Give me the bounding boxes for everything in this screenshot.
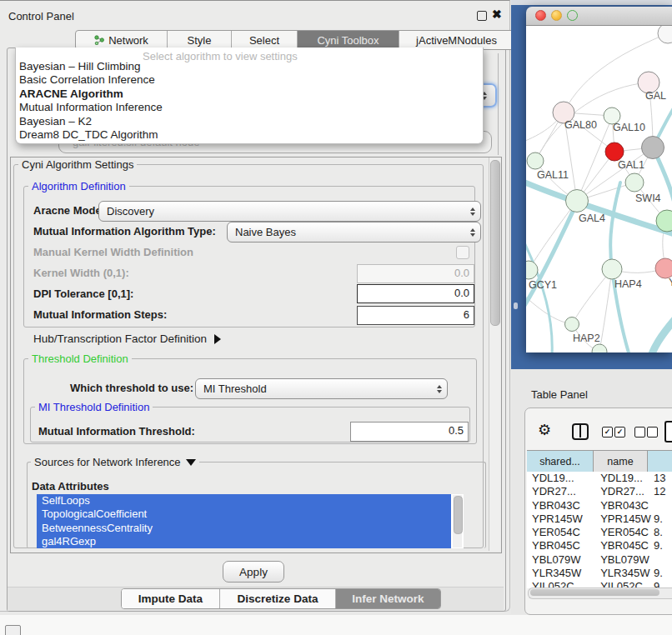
node-label: GAL10 (613, 122, 645, 133)
mi-steps-label: Mutual Information Steps: (33, 308, 167, 322)
column-header-shared-name[interactable]: shared... (527, 451, 594, 472)
node-gal11[interactable] (527, 152, 544, 169)
dropdown-item[interactable]: Basic Correlation Inference (16, 73, 483, 87)
node-red-selected[interactable] (605, 142, 624, 161)
dpi-tolerance-label: DPI Tolerance [0,1]: (33, 288, 133, 301)
node-hap2[interactable] (565, 318, 579, 332)
attributes-scrollbar-thumb[interactable] (454, 496, 463, 534)
node-hap4[interactable] (602, 259, 622, 279)
select-all-icon[interactable]: ✓ (614, 427, 625, 438)
node-label: GAL11 (537, 169, 569, 181)
tab-select[interactable]: Select (231, 31, 297, 49)
dropdown-item[interactable]: Mutual Information Inference (16, 101, 483, 114)
attribute-item-selected[interactable]: SelfLoops (37, 494, 451, 508)
expander-collapsed-icon (214, 334, 221, 344)
close-panel-icon[interactable]: ✖ (492, 8, 502, 21)
groupbox-border-fragment (498, 53, 499, 155)
table-row[interactable]: YBR043CYBR043C (527, 499, 672, 512)
table-row[interactable]: YBR045CYBR045C9. (527, 539, 672, 552)
column-header-partial[interactable] (648, 451, 672, 472)
node-gal4[interactable] (566, 190, 589, 212)
cyni-algorithm-settings-title: Cyni Algorithm Settings (18, 158, 137, 171)
minimize-window-icon[interactable] (551, 10, 562, 21)
new-table-icon[interactable] (664, 421, 672, 442)
column-selector-icon[interactable] (572, 423, 589, 440)
network-view-window[interactable]: GAL80 GAL10 GAL11 GAL1 SWI4 GAL4 GCY1 HA… (526, 7, 672, 352)
tab-jactivemnodules[interactable]: jActiveMNodules (399, 31, 514, 49)
close-window-icon[interactable] (535, 10, 546, 21)
network-window-titlebar[interactable] (526, 7, 672, 26)
node-label: Y (669, 277, 672, 288)
column-header-name[interactable]: name (594, 451, 648, 472)
algorithm-dropdown-list[interactable]: Select algorithm to view settings Bayesi… (15, 48, 484, 144)
tab-cyni-toolbox[interactable]: Cyni Toolbox (297, 31, 399, 49)
tab-style[interactable]: Style (167, 31, 231, 49)
table-row[interactable]: YDR27...YDR27...12 (527, 485, 672, 498)
mi-type-label: Mutual Information Algorithm Type: (33, 225, 216, 238)
table-body[interactable]: YDL19...YDL19...13 YDR27...YDR27...12 YB… (527, 472, 672, 588)
node-gal1[interactable] (625, 173, 644, 192)
node[interactable] (592, 344, 607, 352)
mi-threshold-label: Mutual Information Threshold: (38, 425, 195, 438)
node[interactable] (658, 26, 672, 43)
attribute-item-selected[interactable]: gal4RGexp (37, 535, 451, 548)
table-row[interactable]: YPR145WYPR145W9. (527, 512, 672, 526)
zoom-window-icon[interactable] (567, 10, 578, 21)
dpi-tolerance-input[interactable]: 0.0 (357, 284, 474, 303)
dropdown-item-selected[interactable]: ARACNE Algorithm (16, 88, 483, 101)
combo-stepper-icon (470, 208, 475, 216)
node-label: GCY1 (529, 279, 557, 291)
aracne-mode-combo[interactable]: Discovery (98, 201, 481, 222)
minimized-panel-icon[interactable] (5, 625, 21, 635)
sources-group-title[interactable]: Sources for Network Inference (31, 456, 199, 468)
hub-definition-label: Hub/Transcription Factor Definition (33, 332, 207, 346)
node-salmon[interactable] (655, 258, 672, 278)
splitter-grip[interactable] (514, 302, 518, 309)
table-row[interactable]: YBL079WYBL079W (527, 553, 672, 567)
settings-scrollbar-thumb[interactable] (490, 160, 500, 326)
select-all-icon[interactable]: ✓ (602, 427, 613, 438)
expander-expanded-icon (186, 459, 196, 466)
dropdown-item[interactable]: Bayesian – K2 (16, 115, 483, 128)
kernel-width-input[interactable]: 0.0 (357, 264, 474, 283)
data-attributes-label: Data Attributes (32, 480, 109, 493)
tab-discretize-data[interactable]: Discretize Data (219, 589, 335, 608)
kernel-width-label: Kernel Width (0,1): (33, 267, 129, 280)
mi-type-combo[interactable]: Naive Bayes (227, 222, 481, 242)
control-panel-title: Control Panel (8, 10, 74, 23)
bottom-strip (0, 615, 672, 635)
table-row[interactable]: YLR345WYLR345W9. (527, 567, 672, 580)
attribute-item-selected[interactable]: TopologicalCoefficient (37, 508, 451, 521)
deselect-all-icon[interactable] (647, 427, 658, 438)
attribute-item-selected[interactable]: BetweennessCentrality (37, 522, 451, 535)
table-row[interactable]: YDL19...YDL19...13 (527, 472, 672, 485)
tab-network-label: Network (108, 34, 148, 47)
node-gray[interactable] (642, 137, 664, 159)
table-panel-title: Table Panel (531, 388, 588, 402)
tab-infer-network[interactable]: Infer Network (335, 589, 440, 608)
hub-definition-expander[interactable]: Hub/Transcription Factor Definition (33, 332, 221, 346)
dropdown-item[interactable]: Bayesian – Hill Climbing (16, 60, 483, 73)
table-settings-gear-icon[interactable]: ⚙ (538, 422, 551, 438)
manual-kernel-checkbox[interactable] (456, 246, 469, 259)
manual-kernel-label: Manual Kernel Width Definition (33, 246, 193, 259)
dropdown-item[interactable]: Dream8 DC_TDC Algorithm (16, 128, 483, 142)
network-canvas[interactable]: GAL80 GAL10 GAL11 GAL1 SWI4 GAL4 GCY1 HA… (526, 26, 672, 352)
mi-threshold-input[interactable]: 0.5 (350, 422, 469, 442)
table-hscrollbar-thumb[interactable] (530, 589, 659, 596)
float-panel-icon[interactable] (477, 11, 487, 21)
aracne-mode-label: Aracne Mode: (33, 204, 105, 218)
node-label: GAL80 (564, 119, 597, 131)
deselect-all-icon[interactable] (634, 427, 645, 438)
algorithm-definition-title: Algorithm Definition (28, 180, 129, 192)
mi-steps-input[interactable]: 6 (357, 306, 474, 325)
network-tab-icon (94, 35, 104, 45)
node-gcy1[interactable] (526, 261, 538, 279)
tab-network[interactable]: Network (76, 31, 167, 49)
apply-button[interactable]: Apply (223, 561, 284, 582)
which-threshold-combo[interactable]: MI Threshold (195, 378, 448, 399)
tab-impute-data[interactable]: Impute Data (122, 589, 219, 608)
data-attributes-list[interactable]: SelfLoops TopologicalCoefficient Between… (37, 494, 464, 548)
table-row[interactable]: YER054CYER054C8. (527, 526, 672, 539)
node-label: GAL4 (579, 212, 605, 224)
